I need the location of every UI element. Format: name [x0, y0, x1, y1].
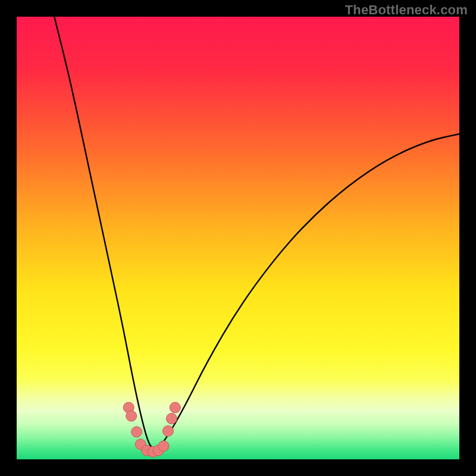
data-marker	[170, 402, 180, 413]
data-marker	[162, 425, 173, 436]
data-marker	[158, 441, 169, 452]
plot-svg	[17, 17, 459, 459]
plot-area	[17, 17, 459, 459]
data-marker	[126, 411, 137, 421]
watermark-text: TheBottleneck.com	[345, 2, 468, 18]
gradient-background	[17, 17, 459, 459]
chart-frame: TheBottleneck.com	[0, 0, 476, 476]
data-marker	[131, 427, 142, 437]
data-marker	[166, 414, 177, 424]
